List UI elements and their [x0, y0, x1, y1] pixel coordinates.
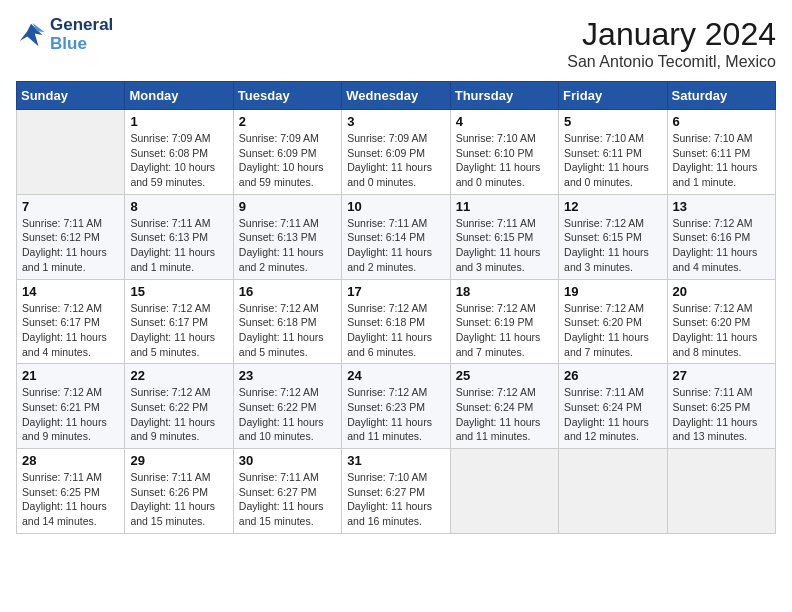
day-number: 16 [239, 284, 336, 299]
weekday-header: Wednesday [342, 82, 450, 110]
weekday-header: Saturday [667, 82, 775, 110]
day-info: Sunrise: 7:12 AMSunset: 6:21 PMDaylight:… [22, 385, 119, 444]
day-info: Sunrise: 7:12 AMSunset: 6:17 PMDaylight:… [22, 301, 119, 360]
day-info: Sunrise: 7:11 AMSunset: 6:25 PMDaylight:… [673, 385, 770, 444]
calendar-cell: 30Sunrise: 7:11 AMSunset: 6:27 PMDayligh… [233, 449, 341, 534]
calendar-cell: 12Sunrise: 7:12 AMSunset: 6:15 PMDayligh… [559, 194, 667, 279]
day-info: Sunrise: 7:09 AMSunset: 6:09 PMDaylight:… [347, 131, 444, 190]
day-number: 8 [130, 199, 227, 214]
day-number: 15 [130, 284, 227, 299]
calendar-cell: 16Sunrise: 7:12 AMSunset: 6:18 PMDayligh… [233, 279, 341, 364]
calendar-cell: 21Sunrise: 7:12 AMSunset: 6:21 PMDayligh… [17, 364, 125, 449]
location-title: San Antonio Tecomitl, Mexico [567, 53, 776, 71]
header: General Blue January 2024 San Antonio Te… [16, 16, 776, 71]
calendar-cell: 18Sunrise: 7:12 AMSunset: 6:19 PMDayligh… [450, 279, 558, 364]
calendar-cell [667, 449, 775, 534]
day-number: 28 [22, 453, 119, 468]
day-number: 4 [456, 114, 553, 129]
calendar-cell: 1Sunrise: 7:09 AMSunset: 6:08 PMDaylight… [125, 110, 233, 195]
day-number: 10 [347, 199, 444, 214]
month-title: January 2024 [567, 16, 776, 53]
day-number: 18 [456, 284, 553, 299]
day-number: 26 [564, 368, 661, 383]
day-info: Sunrise: 7:11 AMSunset: 6:26 PMDaylight:… [130, 470, 227, 529]
day-number: 19 [564, 284, 661, 299]
calendar-cell [17, 110, 125, 195]
day-number: 22 [130, 368, 227, 383]
calendar-cell: 29Sunrise: 7:11 AMSunset: 6:26 PMDayligh… [125, 449, 233, 534]
calendar-cell: 11Sunrise: 7:11 AMSunset: 6:15 PMDayligh… [450, 194, 558, 279]
day-number: 2 [239, 114, 336, 129]
calendar-cell: 28Sunrise: 7:11 AMSunset: 6:25 PMDayligh… [17, 449, 125, 534]
day-info: Sunrise: 7:10 AMSunset: 6:10 PMDaylight:… [456, 131, 553, 190]
calendar-cell: 6Sunrise: 7:10 AMSunset: 6:11 PMDaylight… [667, 110, 775, 195]
logo-text: General Blue [50, 16, 113, 53]
day-number: 3 [347, 114, 444, 129]
day-number: 27 [673, 368, 770, 383]
day-number: 7 [22, 199, 119, 214]
day-info: Sunrise: 7:09 AMSunset: 6:09 PMDaylight:… [239, 131, 336, 190]
day-info: Sunrise: 7:12 AMSunset: 6:19 PMDaylight:… [456, 301, 553, 360]
calendar-week-row: 28Sunrise: 7:11 AMSunset: 6:25 PMDayligh… [17, 449, 776, 534]
day-number: 1 [130, 114, 227, 129]
calendar-cell: 8Sunrise: 7:11 AMSunset: 6:13 PMDaylight… [125, 194, 233, 279]
day-number: 24 [347, 368, 444, 383]
calendar-cell: 7Sunrise: 7:11 AMSunset: 6:12 PMDaylight… [17, 194, 125, 279]
weekday-header: Sunday [17, 82, 125, 110]
day-info: Sunrise: 7:12 AMSunset: 6:18 PMDaylight:… [347, 301, 444, 360]
day-info: Sunrise: 7:12 AMSunset: 6:23 PMDaylight:… [347, 385, 444, 444]
day-info: Sunrise: 7:12 AMSunset: 6:24 PMDaylight:… [456, 385, 553, 444]
day-number: 20 [673, 284, 770, 299]
day-number: 17 [347, 284, 444, 299]
day-info: Sunrise: 7:11 AMSunset: 6:15 PMDaylight:… [456, 216, 553, 275]
day-number: 21 [22, 368, 119, 383]
day-info: Sunrise: 7:10 AMSunset: 6:27 PMDaylight:… [347, 470, 444, 529]
day-number: 29 [130, 453, 227, 468]
calendar-cell: 17Sunrise: 7:12 AMSunset: 6:18 PMDayligh… [342, 279, 450, 364]
day-info: Sunrise: 7:11 AMSunset: 6:13 PMDaylight:… [239, 216, 336, 275]
svg-marker-0 [20, 23, 43, 46]
day-number: 11 [456, 199, 553, 214]
day-info: Sunrise: 7:11 AMSunset: 6:25 PMDaylight:… [22, 470, 119, 529]
calendar-week-row: 21Sunrise: 7:12 AMSunset: 6:21 PMDayligh… [17, 364, 776, 449]
day-number: 23 [239, 368, 336, 383]
day-number: 6 [673, 114, 770, 129]
day-number: 5 [564, 114, 661, 129]
calendar-cell: 24Sunrise: 7:12 AMSunset: 6:23 PMDayligh… [342, 364, 450, 449]
day-info: Sunrise: 7:11 AMSunset: 6:13 PMDaylight:… [130, 216, 227, 275]
calendar-week-row: 1Sunrise: 7:09 AMSunset: 6:08 PMDaylight… [17, 110, 776, 195]
calendar-cell: 15Sunrise: 7:12 AMSunset: 6:17 PMDayligh… [125, 279, 233, 364]
calendar-cell: 25Sunrise: 7:12 AMSunset: 6:24 PMDayligh… [450, 364, 558, 449]
day-info: Sunrise: 7:11 AMSunset: 6:12 PMDaylight:… [22, 216, 119, 275]
day-info: Sunrise: 7:12 AMSunset: 6:20 PMDaylight:… [673, 301, 770, 360]
calendar-cell [450, 449, 558, 534]
day-info: Sunrise: 7:12 AMSunset: 6:16 PMDaylight:… [673, 216, 770, 275]
day-info: Sunrise: 7:12 AMSunset: 6:22 PMDaylight:… [239, 385, 336, 444]
day-info: Sunrise: 7:12 AMSunset: 6:17 PMDaylight:… [130, 301, 227, 360]
day-number: 14 [22, 284, 119, 299]
day-info: Sunrise: 7:12 AMSunset: 6:22 PMDaylight:… [130, 385, 227, 444]
day-info: Sunrise: 7:11 AMSunset: 6:14 PMDaylight:… [347, 216, 444, 275]
calendar-cell: 31Sunrise: 7:10 AMSunset: 6:27 PMDayligh… [342, 449, 450, 534]
weekday-header: Monday [125, 82, 233, 110]
weekday-header: Thursday [450, 82, 558, 110]
day-info: Sunrise: 7:11 AMSunset: 6:27 PMDaylight:… [239, 470, 336, 529]
day-info: Sunrise: 7:12 AMSunset: 6:20 PMDaylight:… [564, 301, 661, 360]
calendar-cell: 20Sunrise: 7:12 AMSunset: 6:20 PMDayligh… [667, 279, 775, 364]
calendar-cell: 26Sunrise: 7:11 AMSunset: 6:24 PMDayligh… [559, 364, 667, 449]
calendar-cell: 5Sunrise: 7:10 AMSunset: 6:11 PMDaylight… [559, 110, 667, 195]
day-info: Sunrise: 7:11 AMSunset: 6:24 PMDaylight:… [564, 385, 661, 444]
calendar-cell: 2Sunrise: 7:09 AMSunset: 6:09 PMDaylight… [233, 110, 341, 195]
weekday-header: Friday [559, 82, 667, 110]
weekday-header-row: SundayMondayTuesdayWednesdayThursdayFrid… [17, 82, 776, 110]
calendar-cell: 23Sunrise: 7:12 AMSunset: 6:22 PMDayligh… [233, 364, 341, 449]
calendar-cell: 22Sunrise: 7:12 AMSunset: 6:22 PMDayligh… [125, 364, 233, 449]
calendar-cell: 14Sunrise: 7:12 AMSunset: 6:17 PMDayligh… [17, 279, 125, 364]
day-number: 12 [564, 199, 661, 214]
calendar-cell: 19Sunrise: 7:12 AMSunset: 6:20 PMDayligh… [559, 279, 667, 364]
day-number: 31 [347, 453, 444, 468]
calendar-week-row: 7Sunrise: 7:11 AMSunset: 6:12 PMDaylight… [17, 194, 776, 279]
calendar-cell: 4Sunrise: 7:10 AMSunset: 6:10 PMDaylight… [450, 110, 558, 195]
day-number: 9 [239, 199, 336, 214]
day-info: Sunrise: 7:09 AMSunset: 6:08 PMDaylight:… [130, 131, 227, 190]
